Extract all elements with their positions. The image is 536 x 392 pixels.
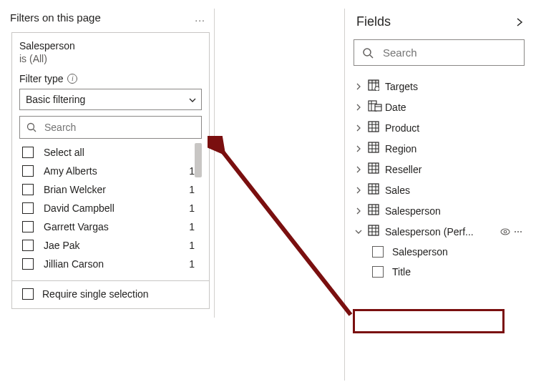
chevron-right-icon (355, 185, 362, 196)
filter-value-row[interactable]: Jillian Carson 1 (19, 255, 202, 273)
field-title[interactable]: Title (354, 262, 525, 282)
filter-value-count: 1 (183, 202, 195, 214)
table-date[interactable]: Date (354, 97, 525, 117)
require-single-label: Require single selection (42, 288, 149, 300)
filter-value-row[interactable]: Brian Welcker 1 (19, 180, 202, 199)
table-label: Date (385, 102, 523, 113)
table-targets[interactable]: Targets (354, 76, 525, 97)
table-sales[interactable]: Sales (354, 180, 525, 200)
table-reseller[interactable]: Reseller (354, 159, 525, 180)
checkbox[interactable] (22, 184, 34, 195)
table-region[interactable]: Region (354, 138, 525, 159)
filter-value-count: 1 (183, 240, 195, 251)
table-label: Product (385, 122, 523, 134)
filter-type-select[interactable]: Basic filtering (19, 89, 202, 110)
filter-value-row[interactable]: Jae Pak 1 (19, 236, 202, 255)
collapse-panel-button[interactable] (515, 17, 525, 27)
filter-type-label-row: Filter type i (19, 73, 202, 84)
svg-point-45 (501, 229, 510, 235)
table-icon (368, 121, 379, 134)
eye-icon[interactable] (500, 227, 510, 237)
table-salesperson-perf[interactable]: Salesperson (Perf... (354, 221, 525, 242)
info-icon[interactable]: i (67, 74, 77, 84)
svg-rect-15 (369, 122, 379, 132)
filter-value-row[interactable]: Garrett Vargas 1 (19, 217, 202, 236)
chevron-down-icon (188, 96, 195, 103)
more-options-icon[interactable] (513, 227, 523, 237)
table-icon (368, 142, 379, 155)
checkbox[interactable] (22, 147, 34, 158)
fields-header: Fields (354, 9, 529, 39)
filter-value-label: Amy Alberts (44, 165, 183, 177)
svg-line-1 (34, 129, 36, 132)
checkbox[interactable] (22, 258, 34, 270)
chevron-down-icon (355, 226, 362, 237)
table-label: Salesperson (Perf... (385, 226, 494, 237)
svg-point-0 (28, 124, 34, 130)
table-icon (368, 162, 379, 176)
table-label: Sales (385, 185, 523, 196)
svg-point-2 (364, 49, 371, 56)
chevron-right-icon (355, 164, 362, 175)
table-product[interactable]: Product (354, 117, 525, 138)
filter-search-box[interactable] (19, 116, 202, 139)
filter-value-row[interactable]: Select all (19, 143, 202, 162)
filter-search-input[interactable] (43, 121, 195, 134)
filter-type-label: Filter type (19, 73, 63, 84)
table-label: Reseller (385, 164, 523, 175)
checkbox[interactable] (22, 165, 34, 177)
chevron-right-icon (355, 205, 362, 217)
checkbox[interactable] (22, 202, 34, 214)
filters-panel: Filters on this page ... Salesperson is … (7, 9, 215, 318)
table-icon (368, 225, 379, 238)
filters-header: Filters on this page ... (7, 9, 214, 32)
field-label: Salesperson (392, 246, 448, 258)
filter-value-label: Jae Pak (44, 240, 183, 251)
field-checkbox[interactable] (372, 246, 384, 258)
filter-value-label: David Campbell (44, 202, 183, 214)
search-icon (26, 122, 37, 133)
fields-panel: Fields Targets Date Product (344, 9, 529, 381)
checkbox[interactable] (22, 221, 34, 232)
checkbox[interactable] (22, 240, 34, 251)
filter-value-label: Jillian Carson (44, 258, 183, 270)
svg-rect-13 (375, 104, 381, 111)
scrollbar-thumb[interactable] (195, 143, 202, 177)
svg-point-46 (504, 230, 507, 233)
filter-value-list: Select all Amy Alberts 1 Brian Welcker 1… (19, 143, 202, 273)
filter-card: Salesperson is (All) Filter type i Basic… (11, 32, 210, 309)
chevron-right-icon (355, 81, 362, 92)
filter-value-count: 1 (183, 221, 195, 232)
filter-value-label: Select all (44, 147, 189, 158)
filters-title: Filters on this page (10, 11, 101, 24)
chevron-right-icon (355, 102, 362, 113)
svg-rect-30 (369, 184, 379, 194)
fields-search-input[interactable] (381, 46, 520, 59)
table-icon (368, 204, 379, 217)
filter-value-row[interactable]: David Campbell 1 (19, 199, 202, 217)
filter-value-row[interactable]: Amy Alberts 1 (19, 162, 202, 180)
filter-value-count: 1 (183, 258, 195, 270)
table-icon (368, 183, 379, 197)
filter-value-count: 1 (183, 184, 195, 195)
fields-search-box[interactable] (354, 39, 525, 66)
field-salesperson[interactable]: Salesperson (354, 242, 525, 262)
svg-rect-25 (369, 163, 379, 173)
filter-value-label: Brian Welcker (44, 184, 183, 195)
require-single-checkbox[interactable] (22, 288, 34, 300)
field-checkbox[interactable] (372, 266, 384, 278)
filter-value-count: 1 (183, 165, 195, 177)
more-options-button[interactable]: ... (195, 12, 208, 24)
table-label: Targets (385, 81, 523, 92)
date-table-icon (368, 100, 379, 114)
svg-point-9 (375, 87, 379, 91)
table-salesperson[interactable]: Salesperson (354, 200, 525, 221)
filter-field-status: is (All) (19, 53, 202, 64)
field-label: Title (392, 266, 411, 278)
chevron-right-icon (355, 143, 362, 155)
svg-rect-5 (369, 80, 379, 83)
svg-rect-35 (369, 205, 379, 215)
chevron-right-icon (355, 122, 362, 134)
filter-field-name: Salesperson (19, 40, 202, 52)
require-single-row[interactable]: Require single selection (19, 281, 202, 300)
